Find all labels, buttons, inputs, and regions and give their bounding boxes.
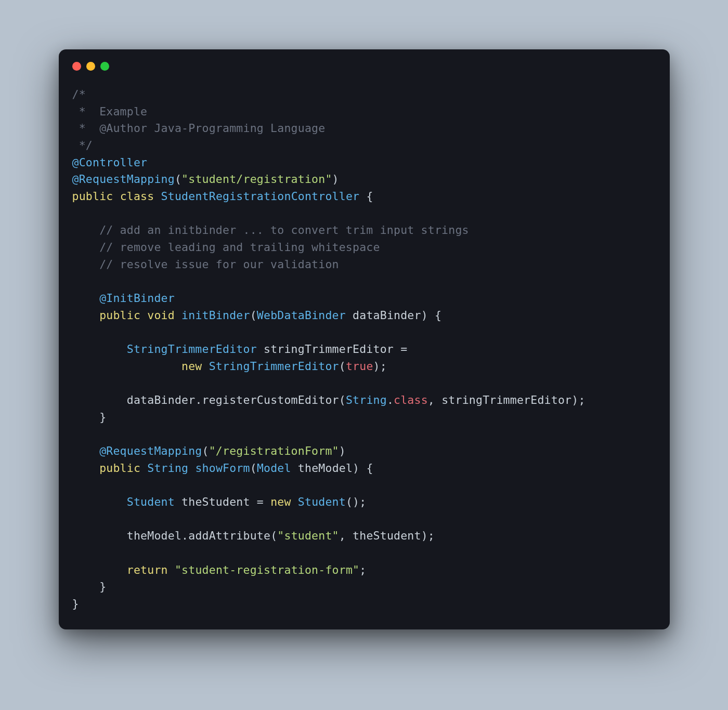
code-line: */: [72, 137, 656, 154]
code-line: ​: [72, 426, 656, 443]
token-paren: ): [421, 309, 428, 322]
code-line: @Controller: [72, 154, 656, 172]
token-brace: }: [99, 411, 106, 424]
token-ident: theStudent: [346, 529, 421, 542]
token-brace: }: [99, 580, 106, 593]
close-icon[interactable]: [72, 62, 81, 71]
code-line: ​: [72, 324, 656, 341]
token-ident: theModel: [291, 462, 353, 475]
token-ident: [291, 495, 298, 508]
token-paren: (): [346, 495, 359, 508]
token-method: initBinder: [181, 309, 250, 322]
token-comment: * @Author Java-Programming Language: [72, 122, 326, 135]
token-paren: (: [175, 173, 181, 186]
token-ident: [72, 223, 100, 236]
token-string: "student": [277, 529, 339, 542]
token-punct: ;: [578, 393, 585, 406]
code-line: // remove leading and trailing whitespac…: [72, 239, 656, 256]
token-ident: [140, 309, 147, 322]
token-paren: ): [571, 393, 578, 406]
token-paren: (: [339, 393, 346, 406]
token-ident: [72, 580, 100, 593]
token-punct: .: [181, 529, 188, 542]
token-paren: ): [421, 529, 428, 542]
token-method: showForm: [195, 462, 250, 475]
token-ident: stringTrimmerEditor: [257, 343, 400, 356]
token-brace: {: [366, 190, 373, 203]
code-line: }: [72, 409, 656, 426]
token-brace: }: [72, 597, 79, 610]
code-line: public void initBinder(WebDataBinder dat…: [72, 307, 656, 324]
token-field: class: [394, 393, 428, 406]
token-punct: ;: [428, 529, 435, 542]
token-ident: theModel: [72, 529, 182, 542]
token-ident: [428, 309, 435, 322]
token-ident: [72, 462, 100, 475]
token-brace: {: [435, 309, 441, 322]
token-punct: ;: [380, 360, 387, 373]
token-keyword: public: [72, 190, 113, 203]
token-paren: ): [332, 173, 339, 186]
token-annotation: @RequestMapping: [72, 173, 175, 186]
token-type: Model: [257, 462, 291, 475]
token-ident: [72, 411, 100, 424]
token-keyword: return: [127, 563, 168, 576]
code-line: @InitBinder: [72, 290, 656, 307]
code-line: public String showForm(Model theModel) {: [72, 460, 656, 477]
code-line: }: [72, 578, 656, 596]
token-annotation: @RequestMapping: [99, 444, 202, 457]
token-paren: ): [353, 462, 359, 475]
code-window: /* * Example * @Author Java-Programming …: [59, 49, 670, 629]
code-line: /*: [72, 86, 656, 103]
token-comment: // add an initbinder ... to convert trim…: [99, 223, 469, 236]
minimize-icon[interactable]: [86, 62, 95, 71]
token-type: Student: [298, 495, 346, 508]
code-line: @RequestMapping("/registrationForm"): [72, 443, 656, 460]
token-ident: [72, 360, 182, 373]
token-comment: // remove leading and trailing whitespac…: [99, 241, 380, 254]
code-line: new StringTrimmerEditor(true);: [72, 358, 656, 375]
token-keyword: new: [270, 495, 291, 508]
code-line: Student theStudent = new Student();: [72, 494, 656, 511]
window-titlebar: [59, 62, 670, 86]
token-keyword: public: [99, 462, 140, 475]
token-ident: dataBinder: [72, 393, 196, 406]
token-paren: (: [250, 462, 257, 475]
token-ident: theStudent: [175, 495, 257, 508]
token-paren: (: [202, 444, 209, 457]
code-line: public class StudentRegistrationControll…: [72, 188, 656, 205]
token-type: StringTrimmerEditor: [127, 343, 257, 356]
token-ident: [359, 190, 366, 203]
token-comment: * Example: [72, 105, 148, 118]
token-punct: =: [257, 495, 264, 508]
code-line: // add an initbinder ... to convert trim…: [72, 222, 656, 239]
token-type: WebDataBinder: [257, 309, 346, 322]
token-annotation: @Controller: [72, 156, 148, 169]
token-punct: .: [387, 393, 394, 406]
maximize-icon[interactable]: [100, 62, 109, 71]
token-comment: */: [72, 139, 93, 152]
token-ident: dataBinder: [346, 309, 421, 322]
token-comment: /*: [72, 88, 86, 101]
token-keyword: void: [147, 309, 175, 322]
code-line: dataBinder.registerCustomEditor(String.c…: [72, 392, 656, 409]
token-string: "student/registration": [181, 173, 332, 186]
token-punct: ,: [339, 529, 346, 542]
token-punct: ;: [359, 495, 366, 508]
code-line: ​: [72, 273, 656, 290]
code-line: }: [72, 596, 656, 613]
token-annotation: @InitBinder: [99, 292, 175, 305]
code-line: ​: [72, 205, 656, 222]
token-punct: =: [400, 343, 407, 356]
token-ident: [113, 190, 120, 203]
token-punct: ;: [359, 563, 366, 576]
token-paren: (: [250, 309, 257, 322]
token-ident: [188, 462, 195, 475]
token-ident: [72, 343, 127, 356]
token-ident: [72, 241, 100, 254]
token-keyword: class: [120, 190, 154, 203]
code-line: ​: [72, 375, 656, 392]
token-string: "/registrationForm": [209, 444, 339, 457]
code-editor-content: /* * Example * @Author Java-Programming …: [59, 86, 670, 613]
token-paren: ): [373, 360, 380, 373]
